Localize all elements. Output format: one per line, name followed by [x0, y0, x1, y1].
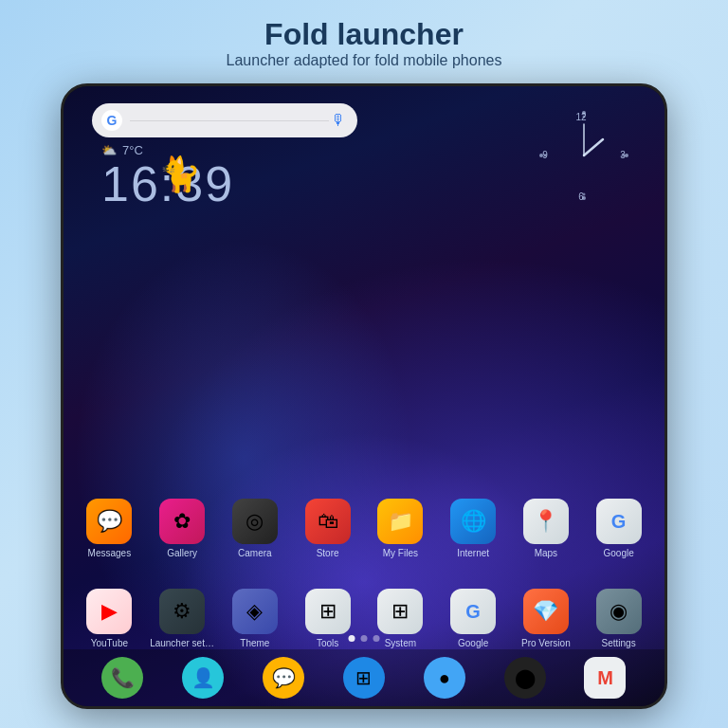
weather-icon: ⛅	[101, 143, 117, 157]
app-maps[interactable]: 📍Maps	[512, 499, 580, 559]
app-camera[interactable]: ◎Camera	[221, 499, 289, 559]
app-row-1: 💬Messages✿Gallery◎Camera🛍Store📁My Files🌐…	[64, 499, 664, 559]
app-label-google: Google	[587, 548, 651, 559]
dock-camera-dock[interactable]: ⬤	[504, 657, 546, 699]
google-logo: G	[101, 110, 122, 131]
svg-text:9: 9	[542, 150, 548, 160]
dock-assistant[interactable]: ●	[424, 657, 465, 699]
app-label-gallery: Gallery	[150, 548, 214, 559]
app-label-store: Store	[296, 548, 360, 559]
analog-clock: 12 3 6 9	[532, 103, 636, 208]
dock-phone[interactable]: 📞	[101, 657, 143, 699]
search-bar[interactable]: G 🎙	[92, 103, 357, 137]
dock-contacts[interactable]: 👤	[182, 657, 224, 699]
app-icon-launcher: ⚙	[159, 589, 205, 634]
app-label-pro: Pro Version	[514, 638, 578, 649]
search-line	[130, 120, 329, 121]
app-icon-system: ⊞	[377, 589, 423, 634]
app-icon-store: 🛍	[305, 499, 351, 544]
app-title: Fold launcher	[0, 17, 728, 52]
page-dot-2[interactable]	[373, 635, 380, 642]
app-label-maps: Maps	[514, 548, 578, 559]
app-icon-tools: ⊞	[305, 589, 351, 634]
app-messages[interactable]: 💬Messages	[75, 499, 143, 559]
app-launcher[interactable]: ⚙Launcher setti…	[148, 589, 216, 649]
app-myfiles[interactable]: 📁My Files	[366, 499, 434, 559]
app-icon-internet: 🌐	[450, 499, 496, 544]
app-google2[interactable]: GGoogle	[439, 589, 507, 649]
app-icon-google2: G	[450, 589, 496, 634]
phone-container: G 🎙 12 3 6 9	[61, 83, 667, 709]
svg-text:3: 3	[620, 150, 626, 160]
app-label-messages: Messages	[77, 548, 141, 559]
app-store[interactable]: 🛍Store	[294, 499, 362, 559]
app-label-camera: Camera	[223, 548, 287, 559]
mic-icon[interactable]: 🎙	[329, 111, 348, 130]
app-pro[interactable]: 💎Pro Version	[512, 589, 580, 649]
app-label-internet: Internet	[441, 548, 505, 559]
svg-line-12	[584, 139, 603, 155]
app-label-myfiles: My Files	[368, 548, 432, 559]
svg-text:6: 6	[578, 191, 584, 202]
dock-gmail[interactable]: M	[584, 657, 626, 699]
temperature: 7°C	[122, 143, 143, 157]
page-dot-1[interactable]	[361, 635, 368, 642]
app-label-launcher: Launcher setti…	[150, 638, 214, 649]
app-label-theme: Theme	[223, 638, 287, 649]
app-gallery[interactable]: ✿Gallery	[148, 499, 216, 559]
phone-screen: G 🎙 12 3 6 9	[64, 86, 664, 706]
svg-text:12: 12	[575, 112, 587, 122]
page-dot-0[interactable]	[349, 635, 355, 642]
app-icon-google: G	[596, 499, 642, 544]
app-icon-gallery: ✿	[159, 499, 205, 544]
app-icon-pro: 💎	[523, 589, 569, 634]
app-icon-youtube: ▶	[86, 589, 132, 634]
header: Fold launcher Launcher adapted for fold …	[0, 0, 728, 81]
app-icon-messages: 💬	[86, 499, 132, 544]
app-youtube[interactable]: ▶YouTube	[75, 589, 143, 649]
cat-icon: 🐈	[158, 155, 201, 194]
app-icon-myfiles: 📁	[377, 499, 423, 544]
app-icon-settings: ◉	[596, 589, 642, 634]
app-theme[interactable]: ◈Theme	[221, 589, 289, 649]
app-icon-camera: ◎	[232, 499, 278, 544]
app-subtitle: Launcher adapted for fold mobile phones	[0, 52, 728, 69]
dock-allapps[interactable]: ⊞	[343, 657, 385, 699]
dock-bar: 📞👤💬⊞●⬤M	[64, 649, 664, 706]
app-internet[interactable]: 🌐Internet	[439, 499, 507, 559]
app-icon-theme: ◈	[232, 589, 278, 634]
app-google[interactable]: GGoogle	[585, 499, 653, 559]
app-settings[interactable]: ◉Settings	[585, 589, 653, 649]
page-dots	[349, 635, 380, 642]
dock-messages-dock[interactable]: 💬	[263, 657, 304, 699]
app-label-settings: Settings	[587, 638, 651, 649]
app-label-google2: Google	[441, 638, 505, 649]
app-icon-maps: 📍	[523, 499, 569, 544]
app-label-youtube: YouTube	[77, 638, 141, 649]
